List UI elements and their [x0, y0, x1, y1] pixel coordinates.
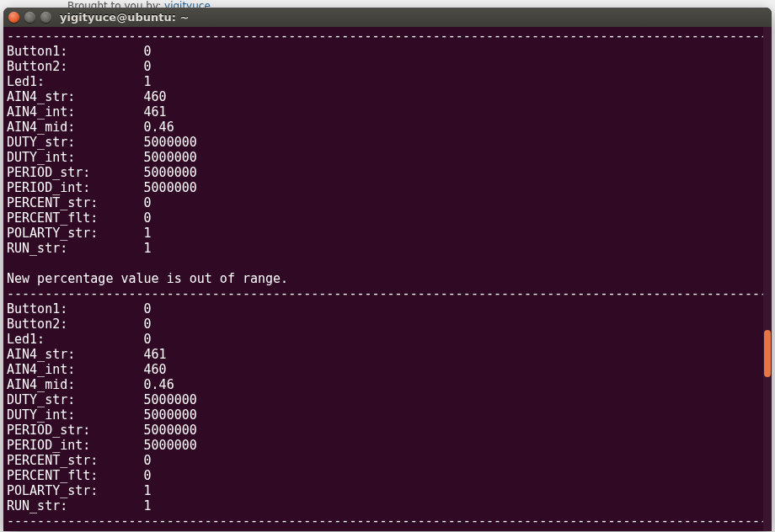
row-label: PERCENT_str: [7, 195, 144, 210]
window-title: yigityuce@ubuntu: ~ [60, 11, 189, 24]
row-label: Led1: [7, 74, 144, 89]
row-label: POLARTY_str: [7, 226, 144, 241]
row-value: 0 [144, 317, 152, 332]
row-value: 0 [144, 301, 152, 317]
output-row: Button1: 0 [7, 44, 760, 59]
row-label: POLARTY_str: [7, 483, 144, 498]
output-row: DUTY_int: 5000000 [7, 407, 760, 423]
output-row: DUTY_str: 5000000 [7, 392, 760, 407]
blank-line [7, 256, 760, 271]
row-value: 1 [144, 498, 152, 513]
output-row: PERIOD_str: 5000000 [7, 165, 760, 180]
output-row: PERCENT_str: 0 [7, 453, 760, 468]
scrollbar-thumb[interactable] [764, 330, 771, 377]
row-value: 0 [144, 468, 152, 483]
row-label: PERCENT_flt: [7, 210, 144, 226]
row-value: 0 [144, 195, 152, 210]
output-row: Button1: 0 [7, 301, 760, 317]
row-value: 5000000 [144, 165, 197, 180]
minimize-icon[interactable] [24, 12, 35, 23]
row-value: 5000000 [144, 438, 197, 453]
row-value: 5000000 [144, 180, 197, 195]
terminal-window: yigityuce@ubuntu: ~ --------------------… [3, 8, 772, 531]
output-row: DUTY_int: 5000000 [7, 150, 760, 165]
row-value: 1 [144, 241, 152, 256]
row-value: 5000000 [144, 392, 197, 407]
row-label: DUTY_int: [7, 150, 144, 165]
row-value: 5000000 [144, 150, 197, 165]
row-label: PERCENT_flt: [7, 468, 144, 483]
output-row: POLARTY_str: 1 [7, 226, 760, 241]
row-label: Button1: [7, 301, 144, 317]
output-row: POLARTY_str: 1 [7, 483, 760, 498]
output-row: Button2: 0 [7, 59, 760, 74]
row-value: 0 [144, 453, 152, 468]
warning-message: New percentage value is out of range. [7, 271, 760, 286]
row-value: 1 [144, 483, 152, 498]
row-label: RUN_str: [7, 241, 144, 256]
output-row: PERCENT_str: 0 [7, 195, 760, 210]
row-label: PERIOD_int: [7, 438, 144, 453]
row-value: 461 [144, 347, 167, 362]
row-label: RUN_str: [7, 498, 144, 513]
output-row: Button2: 0 [7, 317, 760, 332]
output-row: RUN_str: 1 [7, 241, 760, 256]
row-value: 0 [144, 59, 152, 74]
row-value: 5000000 [144, 135, 197, 150]
output-row: PERIOD_str: 5000000 [7, 423, 760, 438]
row-label: PERIOD_int: [7, 180, 144, 195]
row-label: PERIOD_str: [7, 165, 144, 180]
output-row: AIN4_str: 461 [7, 347, 760, 362]
row-value: 5000000 [144, 407, 197, 423]
titlebar[interactable]: yigityuce@ubuntu: ~ [3, 8, 772, 27]
row-label: DUTY_str: [7, 392, 144, 407]
row-value: 0.46 [144, 377, 174, 392]
output-row: PERIOD_int: 5000000 [7, 180, 760, 195]
row-label: AIN4_mid: [7, 377, 144, 392]
output-row: Led1: 1 [7, 74, 760, 89]
output-row: Led1: 0 [7, 332, 760, 347]
row-value: 0.46 [144, 120, 174, 135]
row-label: Button1: [7, 44, 144, 59]
row-label: AIN4_int: [7, 362, 144, 377]
row-label: AIN4_mid: [7, 120, 144, 135]
row-value: 1 [144, 74, 152, 89]
row-value: 460 [144, 362, 167, 377]
row-value: 0 [144, 210, 152, 226]
row-value: 0 [144, 332, 152, 347]
row-label: AIN4_str: [7, 347, 144, 362]
output-row: RUN_str: 1 [7, 498, 760, 513]
output-row: PERCENT_flt: 0 [7, 210, 760, 226]
output-row: AIN4_int: 460 [7, 362, 760, 377]
row-value: 1 [144, 226, 152, 241]
row-label: DUTY_str: [7, 135, 144, 150]
output-row: AIN4_int: 461 [7, 104, 760, 120]
output-row: DUTY_str: 5000000 [7, 135, 760, 150]
maximize-icon[interactable] [40, 12, 51, 23]
divider-line: ----------------------------------------… [7, 513, 760, 529]
scrollbar[interactable] [763, 27, 772, 531]
close-icon[interactable] [8, 12, 19, 23]
row-label: AIN4_str: [7, 89, 144, 104]
row-value: 5000000 [144, 423, 197, 438]
output-row: PERIOD_int: 5000000 [7, 438, 760, 453]
row-label: PERIOD_str: [7, 423, 144, 438]
output-row: AIN4_mid: 0.46 [7, 120, 760, 135]
output-row: AIN4_mid: 0.46 [7, 377, 760, 392]
row-label: PERCENT_str: [7, 453, 144, 468]
row-value: 0 [144, 44, 152, 59]
row-label: DUTY_int: [7, 407, 144, 423]
row-label: Led1: [7, 332, 144, 347]
row-value: 461 [144, 104, 167, 120]
row-label: Button2: [7, 59, 144, 74]
row-label: AIN4_int: [7, 104, 144, 120]
output-row: AIN4_str: 460 [7, 89, 760, 104]
divider-line: ----------------------------------------… [7, 29, 760, 44]
terminal-content[interactable]: ----------------------------------------… [3, 27, 763, 531]
row-label: Button2: [7, 317, 144, 332]
output-row: PERCENT_flt: 0 [7, 468, 760, 483]
row-value: 460 [144, 89, 167, 104]
divider-line: ----------------------------------------… [7, 286, 760, 301]
